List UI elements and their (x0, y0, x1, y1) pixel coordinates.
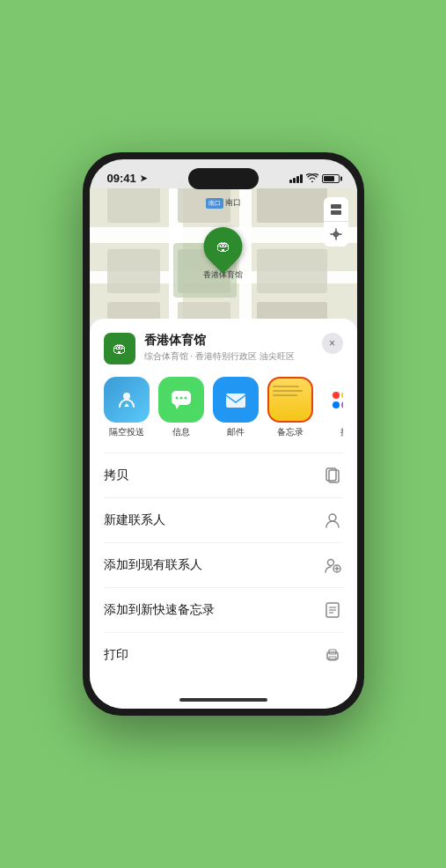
home-indicator (90, 691, 357, 709)
more-icon-container (322, 377, 343, 423)
airdrop-icon (114, 387, 139, 412)
venue-name: 香港体育馆 (144, 333, 322, 349)
mail-label: 邮件 (227, 426, 245, 438)
print-label: 打印 (104, 647, 128, 663)
svg-point-18 (123, 393, 130, 400)
airdrop-icon-box (104, 377, 150, 423)
location-icon (330, 228, 342, 240)
bottom-sheet: 🏟 香港体育馆 综合体育馆 · 香港特别行政区 油尖旺区 × (90, 319, 357, 691)
svg-rect-5 (107, 188, 160, 223)
more-label: 提 (340, 426, 343, 438)
notes-line-2 (273, 390, 303, 392)
messages-icon (169, 387, 194, 412)
dot-yellow (341, 392, 343, 399)
svg-rect-8 (107, 249, 160, 293)
new-contact-label: 新建联系人 (104, 512, 165, 528)
share-messages[interactable]: 信息 (158, 377, 204, 438)
share-more[interactable]: 提 (322, 377, 343, 438)
notes-line-3 (273, 394, 297, 396)
action-new-contact[interactable]: 新建联系人 (104, 497, 343, 542)
share-row: 隔空投送 信息 (104, 377, 343, 438)
location-arrow-icon: ➤ (140, 173, 147, 183)
stadium-icon: 🏟 (216, 239, 230, 254)
svg-point-28 (327, 560, 333, 566)
new-contact-icon (322, 510, 343, 531)
map-layers-button[interactable] (324, 197, 348, 222)
action-list: 拷贝 新建联系人 (104, 452, 343, 677)
action-print[interactable]: 打印 (104, 632, 343, 677)
svg-rect-16 (331, 210, 341, 215)
wifi-icon (306, 173, 318, 184)
notes-line-1 (273, 386, 299, 387)
svg-rect-12 (178, 302, 230, 319)
dot-blue (333, 401, 340, 408)
venue-icon: 🏟 (104, 333, 135, 364)
battery-icon (322, 174, 340, 183)
phone-screen: 09:41 ➤ (90, 159, 357, 709)
add-contact-label: 添加到现有联系人 (104, 557, 202, 573)
svg-rect-7 (257, 188, 327, 223)
svg-rect-38 (329, 657, 336, 660)
svg-rect-11 (107, 302, 160, 319)
share-airdrop[interactable]: 隔空投送 (104, 377, 150, 438)
dot-row-1 (333, 392, 343, 399)
svg-point-27 (329, 514, 336, 521)
dot-red (333, 392, 340, 399)
messages-icon-box (158, 377, 204, 423)
notes-label: 备忘录 (277, 426, 303, 438)
dot-purple (341, 401, 343, 408)
action-quick-note[interactable]: 添加到新快速备忘录 (104, 587, 343, 632)
add-contact-icon (322, 555, 343, 576)
print-icon (322, 644, 343, 666)
airdrop-label: 隔空投送 (109, 426, 144, 438)
svg-rect-13 (257, 302, 327, 319)
location-button[interactable] (324, 222, 348, 246)
map-controls (324, 197, 348, 246)
home-bar (179, 698, 267, 702)
map-area[interactable]: 南口 南口 (90, 188, 357, 319)
dot-row-2 (333, 401, 343, 408)
copy-label: 拷贝 (104, 467, 128, 483)
svg-rect-24 (226, 394, 245, 408)
venue-info: 香港体育馆 综合体育馆 · 香港特别行政区 油尖旺区 (144, 333, 322, 362)
copy-icon (322, 465, 343, 486)
notes-lines (273, 386, 308, 396)
svg-rect-10 (257, 249, 327, 293)
action-copy[interactable]: 拷贝 (104, 452, 343, 497)
quick-note-icon (322, 600, 343, 621)
entrance-label: 南口 南口 (206, 197, 241, 209)
venue-subtitle: 综合体育馆 · 香港特别行政区 油尖旺区 (144, 350, 322, 362)
venue-header: 🏟 香港体育馆 综合体育馆 · 香港特别行政区 油尖旺区 × (104, 333, 343, 364)
layers-icon (330, 203, 342, 216)
svg-rect-15 (331, 204, 341, 209)
svg-point-22 (179, 397, 182, 400)
signal-bars-icon (289, 174, 303, 183)
entrance-text: 南口 (225, 197, 241, 209)
svg-point-23 (184, 397, 186, 400)
entrance-tag: 南口 (206, 198, 223, 209)
mail-icon (223, 387, 248, 412)
dynamic-island (188, 168, 259, 189)
location-pin: 🏟 香港体育馆 (203, 227, 243, 281)
notes-icon-box (267, 377, 313, 423)
quick-note-label: 添加到新快速备忘录 (104, 602, 215, 618)
pin-marker: 🏟 (195, 219, 250, 274)
more-dots (333, 392, 343, 408)
phone-frame: 09:41 ➤ (83, 152, 364, 716)
status-time: 09:41 ➤ (107, 172, 147, 185)
close-icon: × (329, 337, 335, 349)
messages-label: 信息 (172, 426, 190, 438)
close-button[interactable]: × (322, 333, 343, 354)
share-notes[interactable]: 备忘录 (267, 377, 313, 438)
svg-point-21 (175, 397, 178, 400)
mail-icon-box (213, 377, 259, 423)
svg-marker-20 (175, 405, 179, 409)
share-mail[interactable]: 邮件 (213, 377, 259, 438)
time-label: 09:41 (107, 172, 136, 185)
action-add-contact[interactable]: 添加到现有联系人 (104, 542, 343, 587)
status-icons (289, 173, 340, 184)
